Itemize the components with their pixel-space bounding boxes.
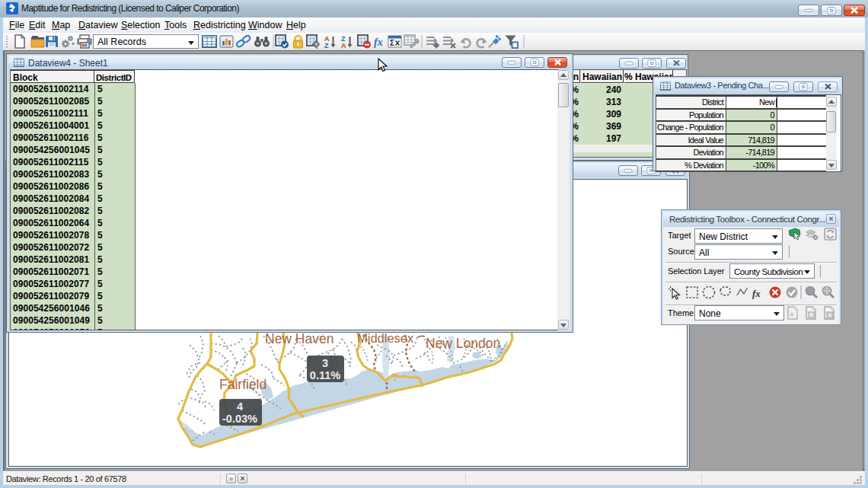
svg-text:Fairfield: Fairfield [219,377,266,392]
svg-text:-0.03%: -0.03% [222,413,257,425]
svg-text:3: 3 [322,357,328,369]
svg-text:New Haven: New Haven [265,331,333,346]
svg-text:A: A [341,42,346,49]
svg-text:Σ: Σ [390,39,394,47]
svg-text:0.11%: 0.11% [310,369,340,381]
svg-text:4: 4 [237,400,243,413]
svg-text:New London: New London [426,336,500,351]
svg-text:Middlesex: Middlesex [357,331,414,345]
svg-text:Z: Z [324,42,329,49]
svg-text:fx: fx [752,288,761,299]
svg-text:fx: fx [374,37,383,48]
